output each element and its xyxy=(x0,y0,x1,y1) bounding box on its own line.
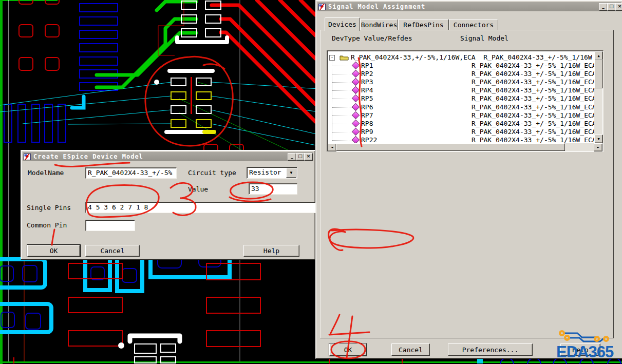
tree-row[interactable]: RP5R_PAK_0402X4-33_+/-5%_1/16W_ECA xyxy=(328,94,602,103)
scroll-right-icon[interactable]: ► xyxy=(594,143,602,151)
help-button[interactable]: Help xyxy=(243,245,299,257)
single-pins-input[interactable]: 4 5 3 6 2 7 1 8 xyxy=(85,202,318,213)
tree-refdes: RP9 xyxy=(361,128,373,136)
tree-refdes: RP7 xyxy=(361,111,373,119)
tree-root-devtype: R_PAK_0402X4-33,+/-5%,1/16W,ECA R_PAK_04… xyxy=(351,53,592,61)
value-label: Value xyxy=(188,185,208,193)
tree-root-row[interactable]: - R_PAK_0402X4-33,+/-5%,1/16W,ECA R_PAK_… xyxy=(328,53,602,62)
close-button[interactable]: × xyxy=(304,153,313,161)
tree-row[interactable]: RP3R_PAK_0402X4-33_+/-5%_1/16W_ECA xyxy=(328,78,602,86)
tree-model: R_PAK_0402X4-33_+/-5%_1/16W_ECA xyxy=(472,103,596,111)
tree-branch xyxy=(332,66,352,66)
maximize-button[interactable]: □ xyxy=(296,153,305,161)
tree-row[interactable]: RP9R_PAK_0402X4-33_+/-5%_1/16W_ECA xyxy=(328,128,602,136)
circuit-trace-icon xyxy=(555,329,622,344)
tree-branch xyxy=(332,132,352,132)
device-icon xyxy=(352,128,360,136)
vertical-scrollbar[interactable]: ▲ ▼ xyxy=(594,51,602,143)
tree-row[interactable]: RP7R_PAK_0402X4-33_+/-5%_1/16W_ECA xyxy=(328,111,602,120)
tab-refdespins[interactable]: RefDesPins xyxy=(398,19,449,30)
tree-refdes: RP2 xyxy=(361,70,373,78)
scroll-left-icon[interactable]: ◄ xyxy=(328,143,336,151)
ok-button[interactable]: OK xyxy=(329,343,367,356)
device-icon xyxy=(352,78,360,86)
tree-model: R_PAK_0402X4-33_+/-5%_1/16W_ECA xyxy=(472,136,596,143)
close-button[interactable]: × xyxy=(615,3,622,11)
tree-branch xyxy=(332,107,352,108)
device-icon xyxy=(352,136,360,143)
tab-connectors[interactable]: Connectors xyxy=(449,19,498,30)
circuit-type-label: Circuit type xyxy=(188,169,236,177)
app-icon xyxy=(24,154,31,160)
tree-branch xyxy=(332,82,352,83)
create-espice-dialog: Create ESpice Device Model _ □ × ModelNa… xyxy=(21,150,315,260)
scrollbar-thumb[interactable] xyxy=(594,60,603,88)
column-header-model: Signal Model xyxy=(460,34,508,42)
device-icon xyxy=(352,94,360,103)
scroll-up-icon[interactable]: ▲ xyxy=(594,51,603,60)
folder-icon xyxy=(340,54,349,61)
preferences-button[interactable]: Preferences... xyxy=(448,343,533,356)
value-input[interactable]: 33 xyxy=(249,183,297,195)
create-dialog-title: Create ESpice Device Model xyxy=(33,153,143,160)
device-icon xyxy=(352,119,360,127)
signal-model-assignment-dialog: Signal Model Assignment _ □ × Devices Bo… xyxy=(315,0,622,359)
device-icon xyxy=(352,111,360,119)
tree-model: R_PAK_0402X4-33_+/-5%_1/16W_ECA xyxy=(472,120,596,127)
device-tree-list[interactable]: - R_PAK_0402X4-33,+/-5%,1/16W,ECA R_PAK_… xyxy=(327,50,604,152)
tree-branch xyxy=(332,116,352,116)
tree-row[interactable]: RP6R_PAK_0402X4-33_+/-5%_1/16W_ECA xyxy=(328,103,602,111)
tab-bondwires[interactable]: BondWires xyxy=(360,19,398,30)
tree-refdes: RP22 xyxy=(361,136,377,143)
tree-refdes: RP4 xyxy=(361,86,373,94)
tree-row[interactable]: RP22R_PAK_0402X4-33_+/-5%_1/16W_ECA xyxy=(328,136,602,143)
tree-model: R_PAK_0402X4-33_+/-5%_1/16W_ECA xyxy=(472,70,596,78)
chevron-down-icon[interactable]: ▼ xyxy=(286,168,296,178)
maximize-button[interactable]: □ xyxy=(607,3,616,11)
model-name-label: ModelName xyxy=(28,169,64,177)
tree-row[interactable]: RP8R_PAK_0402X4-33_+/-5%_1/16W_ECA xyxy=(328,120,602,128)
tree-rows: - R_PAK_0402X4-33,+/-5%,1/16W,ECA R_PAK_… xyxy=(328,51,602,143)
collapse-icon[interactable]: - xyxy=(329,55,335,61)
common-pin-label: Common Pin xyxy=(27,221,67,229)
circuit-type-select[interactable]: Resistor ▼ xyxy=(247,167,297,179)
tree-model: R_PAK_0402X4-33_+/-5%_1/16W_ECA xyxy=(472,86,596,94)
signal-dialog-titlebar[interactable]: Signal Model Assignment xyxy=(317,2,621,11)
tree-refdes: RP8 xyxy=(361,120,373,127)
tree-refdes: RP6 xyxy=(361,103,373,111)
tree-model: R_PAK_0402X4-33_+/-5%_1/16W_ECA xyxy=(472,94,596,102)
tree-model: R_PAK_0402X4-33_+/-5%_1/16W_ECA xyxy=(472,111,596,119)
cancel-button[interactable]: Cancel xyxy=(85,245,140,257)
eda365-logo: EDA365 xyxy=(555,329,622,360)
app-icon xyxy=(318,4,326,10)
tree-row[interactable]: RP1R_PAK_0402X4-33_+/-5%_1/16W_ECA xyxy=(328,62,602,70)
create-dialog-titlebar[interactable]: Create ESpice Device Model xyxy=(23,152,313,161)
device-icon xyxy=(352,103,360,111)
tree-branch xyxy=(332,74,352,74)
ok-button[interactable]: OK xyxy=(27,245,80,257)
device-icon xyxy=(352,62,360,70)
tree-row[interactable]: RP4R_PAK_0402X4-33_+/-5%_1/16W_ECA xyxy=(328,86,602,94)
tree-row[interactable]: RP2R_PAK_0402X4-33_+/-5%_1/16W_ECA xyxy=(328,70,602,78)
tree-model: R_PAK_0402X4-33_+/-5%_1/16W_ECA xyxy=(472,62,596,69)
tree-refdes: RP3 xyxy=(361,78,373,86)
model-name-input[interactable]: R_PAK_0402X4-33_+/-5% xyxy=(85,167,177,179)
scrollbar-thumb[interactable] xyxy=(336,143,565,151)
common-pin-input[interactable] xyxy=(85,220,135,231)
tree-branch xyxy=(332,124,352,124)
tree-branch xyxy=(332,90,352,91)
screen: Create ESpice Device Model _ □ × ModelNa… xyxy=(0,0,622,364)
tree-model: R_PAK_0402X4-33_+/-5%_1/16W_ECA xyxy=(472,78,596,86)
tree-model: R_PAK_0402X4-33_+/-5%_1/16W_ECA xyxy=(472,128,596,136)
tree-branch xyxy=(332,99,352,99)
minimize-button[interactable]: _ xyxy=(599,3,608,11)
signal-dialog-title: Signal Model Assignment xyxy=(328,3,425,10)
tab-devices[interactable]: Devices xyxy=(325,17,360,31)
cancel-button[interactable]: Cancel xyxy=(391,343,430,356)
horizontal-scrollbar[interactable]: ◄ ► xyxy=(328,143,602,151)
column-header-devtype: DevType Value/Refdes xyxy=(332,34,412,42)
scroll-down-icon[interactable]: ▼ xyxy=(594,135,603,143)
minimize-button[interactable]: _ xyxy=(288,153,296,161)
eda365-text: EDA365 xyxy=(556,343,613,361)
single-pins-label: Single Pins xyxy=(27,204,71,212)
